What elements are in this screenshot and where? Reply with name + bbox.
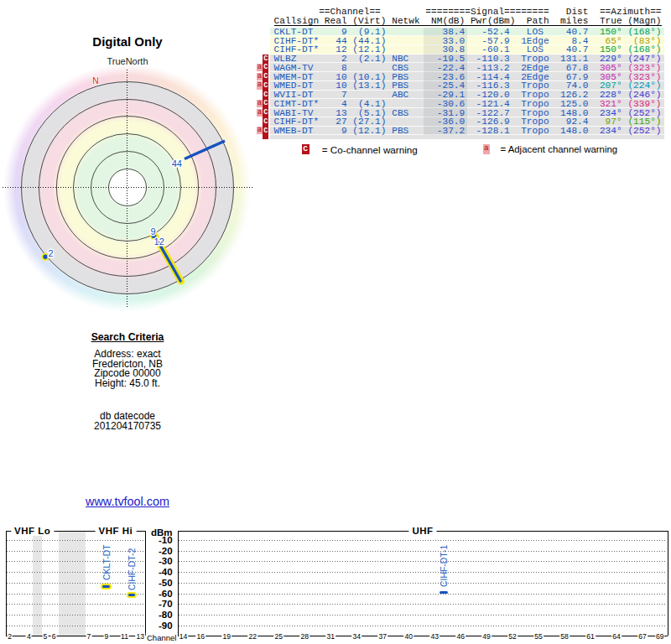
svg-text:44: 44 [172, 158, 182, 169]
svg-text:9: 9 [150, 226, 155, 236]
svg-text:N: N [92, 76, 98, 86]
svg-text:2: 2 [49, 248, 54, 258]
svg-text:12: 12 [154, 236, 164, 247]
